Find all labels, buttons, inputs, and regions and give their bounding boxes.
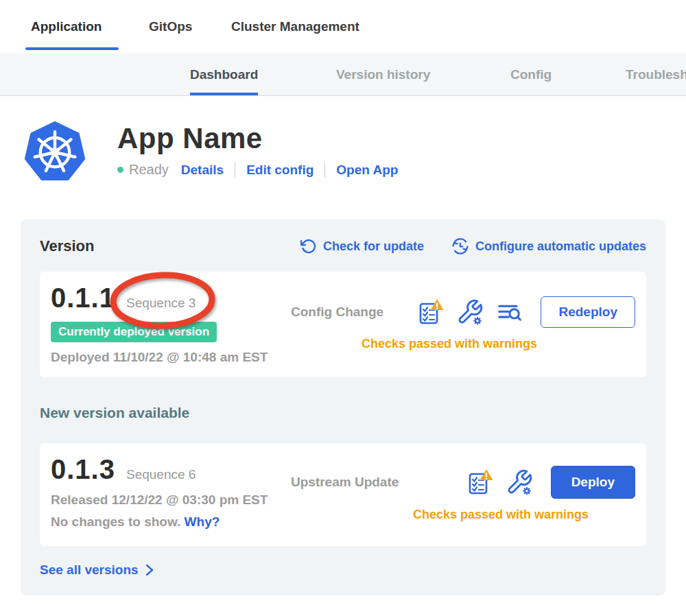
- tab-version-history[interactable]: Version history: [336, 54, 430, 95]
- current-version-number: 0.1.1: [51, 283, 115, 313]
- checks-status-text[interactable]: Checks passed with warnings: [362, 337, 537, 351]
- divider: [324, 163, 325, 178]
- view-diff-button[interactable]: [495, 299, 523, 325]
- available-version-number: 0.1.3: [51, 454, 115, 485]
- available-sequence-label: Sequence 6: [126, 467, 196, 482]
- ready-status-dot-icon: [117, 167, 123, 173]
- divider: [235, 163, 235, 178]
- released-timestamp: Released 12/12/22 @ 03:30 pm EST: [51, 493, 291, 508]
- configure-automatic-updates-label: Configure automatic updates: [475, 239, 646, 254]
- nav-item-cluster-management[interactable]: Cluster Management: [231, 0, 359, 54]
- preflight-checklist-warning-icon: [465, 469, 494, 496]
- preflight-checklist-warning-icon: [416, 298, 445, 326]
- top-navigation: Application GitOps Cluster Management: [0, 0, 686, 54]
- kubernetes-logo: [24, 121, 86, 184]
- no-changes-text: No changes to show.: [51, 514, 180, 529]
- currently-deployed-badge: Currently deployed version: [51, 322, 217, 342]
- configure-automatic-updates-button[interactable]: Configure automatic updates: [451, 237, 646, 255]
- deploy-button[interactable]: Deploy: [551, 466, 635, 499]
- version-source-label: Config Change: [291, 305, 383, 320]
- app-tab-bar: Dashboard Version history Config Trouble…: [0, 54, 686, 96]
- deployed-timestamp: Deployed 11/10/22 @ 10:48 am EST: [51, 350, 291, 365]
- check-for-update-label: Check for update: [323, 239, 424, 254]
- tab-config[interactable]: Config: [510, 54, 552, 95]
- wrench-gear-icon: [506, 469, 533, 496]
- see-all-versions-label: See all versions: [40, 562, 139, 578]
- checks-status-text[interactable]: Checks passed with warnings: [413, 508, 589, 522]
- edit-config-link[interactable]: Edit config: [246, 163, 314, 178]
- chevron-right-icon: [143, 563, 155, 577]
- current-version-card: 0.1.1 Sequence 3 Currently deployed vers…: [40, 272, 646, 377]
- tab-troubleshoot[interactable]: Troubleshoot: [626, 54, 686, 95]
- preflight-checks-button[interactable]: [416, 298, 445, 326]
- redeploy-button[interactable]: Redeploy: [541, 296, 635, 328]
- see-all-versions-link[interactable]: See all versions: [40, 562, 646, 578]
- why-link[interactable]: Why?: [185, 514, 220, 529]
- auto-update-clock-icon: [451, 237, 469, 255]
- edit-config-icon-button[interactable]: [506, 469, 533, 496]
- current-sequence-label: Sequence 3: [126, 296, 196, 311]
- app-header: App Name Ready Details Edit config Open …: [24, 121, 686, 184]
- version-panel: Version Check for update Configure autom…: [21, 220, 665, 595]
- nav-item-application[interactable]: Application: [31, 0, 102, 54]
- page-title: App Name: [117, 122, 398, 155]
- view-diff-magnifier-icon: [495, 299, 523, 325]
- open-app-link[interactable]: Open App: [336, 163, 398, 178]
- edit-config-icon-button[interactable]: [456, 298, 484, 326]
- tab-dashboard[interactable]: Dashboard: [190, 54, 258, 95]
- nav-item-gitops[interactable]: GitOps: [149, 0, 192, 54]
- details-link[interactable]: Details: [181, 163, 224, 178]
- version-panel-title: Version: [40, 237, 94, 255]
- preflight-checks-button[interactable]: [465, 469, 494, 496]
- new-version-heading: New version available: [40, 405, 646, 421]
- version-source-label: Upstream Update: [291, 475, 399, 490]
- available-version-card: 0.1.3 Sequence 6 Released 12/12/22 @ 03:…: [40, 443, 646, 546]
- wrench-gear-icon: [456, 298, 484, 326]
- status-label: Ready: [129, 162, 169, 178]
- check-for-update-button[interactable]: Check for update: [300, 238, 424, 254]
- refresh-icon: [300, 238, 317, 254]
